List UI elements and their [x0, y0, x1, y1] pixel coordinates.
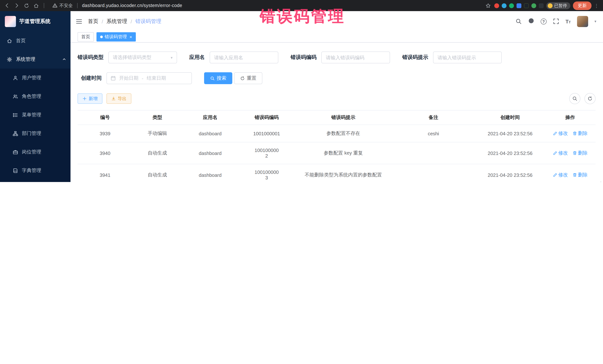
create-time-range-picker[interactable]: 开始日期 - 结束日期: [106, 72, 192, 84]
breadcrumb-separator: /: [102, 18, 103, 24]
cell-code: 100100000 3: [238, 164, 295, 182]
breadcrumb-home[interactable]: 首页: [88, 18, 98, 25]
breadcrumb-current: 错误码管理: [135, 18, 162, 25]
chevron-down-icon: ▾: [171, 55, 173, 59]
cell-time: 2021-04-20 23:52:56: [475, 142, 545, 164]
sidebar-item-menu-management[interactable]: 菜单管理: [0, 106, 70, 124]
delete-link[interactable]: 删除: [572, 130, 588, 137]
cell-app: dashboard: [182, 142, 238, 164]
extension-icon[interactable]: [539, 3, 544, 8]
help-icon[interactable]: ?: [541, 18, 547, 24]
search-icon[interactable]: [515, 18, 522, 24]
bookmark-star-icon[interactable]: [485, 2, 491, 9]
refresh-table-button[interactable]: [584, 93, 596, 104]
cell-remark: [392, 164, 475, 182]
chevron-down-icon[interactable]: ▾: [594, 19, 596, 23]
edit-link[interactable]: 修改: [553, 150, 568, 156]
sidebar-item-label: 系统管理: [16, 56, 35, 63]
show-search-toggle-button[interactable]: [569, 93, 580, 104]
sidebar-item-dictionary-management[interactable]: 字典管理: [0, 161, 70, 180]
error-code-table: 编号 类型 应用名 错误码编码 错误码提示 备注 创建时间 操作 3939 手动…: [78, 110, 596, 182]
tab-error-code-management[interactable]: 错误码管理 ×: [96, 32, 136, 42]
browser-update-button[interactable]: 更新: [573, 1, 591, 10]
sidebar-item-department-management[interactable]: 部门管理: [0, 124, 70, 143]
screen: 错误码管理 不安全 dashboard.yudao.iocoder.cn/sys…: [0, 0, 603, 182]
sidebar-item-system-management[interactable]: 系统管理: [0, 50, 70, 69]
github-icon[interactable]: [528, 17, 534, 25]
address-bar[interactable]: dashboard.yudao.iocoder.cn/system/error-…: [82, 3, 182, 8]
error-type-select[interactable]: 请选择错误码类型 ▾: [108, 52, 177, 63]
cell-remark: [392, 142, 475, 164]
sidebar-item-role-management[interactable]: 角色管理: [0, 87, 70, 106]
edit-label: 修改: [558, 130, 568, 137]
sidebar-item-user-management[interactable]: 用户管理: [0, 69, 70, 87]
sidebar-item-label: 角色管理: [22, 93, 41, 100]
app-name-input[interactable]: [210, 52, 278, 63]
cell-remark: ceshi: [392, 125, 475, 142]
extension-icon[interactable]: [494, 3, 499, 8]
reset-button[interactable]: 重置: [234, 72, 262, 84]
extension-icon[interactable]: [509, 3, 514, 8]
range-separator: -: [142, 76, 143, 81]
active-tab-dot-icon: [100, 36, 103, 38]
extension-icon[interactable]: [501, 3, 506, 8]
column-header-remark: 备注: [392, 110, 475, 124]
select-placeholder: 请选择错误码类型: [113, 54, 151, 61]
sidebar-item-notice[interactable]: 通知公告: [0, 180, 70, 182]
sidebar-item-home[interactable]: 首页: [0, 32, 70, 50]
browser-menu-icon[interactable]: ⋮: [594, 3, 599, 8]
cell-app: dashboard: [182, 125, 238, 142]
tab-close-icon[interactable]: ×: [129, 34, 132, 39]
column-header-code: 错误码编码: [238, 110, 295, 124]
cell-app: dashboard: [182, 164, 238, 182]
extension-icon[interactable]: [516, 3, 521, 8]
add-button[interactable]: 新增: [78, 93, 103, 104]
filter-hint-label: 错误码提示: [402, 54, 428, 61]
delete-link[interactable]: 删除: [572, 172, 588, 178]
edit-link[interactable]: 修改: [553, 172, 568, 178]
search-button[interactable]: 搜索: [204, 72, 232, 84]
pencil-icon: [553, 173, 557, 177]
search-icon: [210, 76, 215, 81]
profile-paused-badge[interactable]: 已暂停: [546, 2, 570, 9]
sidebar-item-post-management[interactable]: 岗位管理: [0, 143, 70, 161]
start-date-placeholder: 开始日期: [119, 75, 139, 82]
security-label: 不安全: [59, 2, 73, 9]
column-header-app: 应用名: [182, 110, 238, 124]
avatar[interactable]: [577, 16, 588, 27]
pencil-icon: [553, 131, 557, 136]
home-icon[interactable]: [33, 2, 39, 9]
font-size-icon[interactable]: TT: [566, 18, 571, 24]
error-code-input[interactable]: [321, 52, 390, 63]
forward-icon[interactable]: [13, 2, 20, 9]
sidebar-fold-icon[interactable]: [76, 18, 82, 24]
browser-chrome: 不安全 dashboard.yudao.iocoder.cn/system/er…: [0, 0, 603, 11]
site-security[interactable]: 不安全: [52, 2, 73, 9]
refresh-icon: [587, 96, 593, 101]
delete-label: 删除: [578, 130, 588, 137]
cell-code: 100100000 2: [238, 142, 295, 164]
app-logo[interactable]: 芋道管理系统: [0, 11, 70, 32]
profile-avatar-icon: [547, 3, 552, 8]
extension-icon[interactable]: [531, 3, 536, 8]
table-header-row: 编号 类型 应用名 错误码编码 错误码提示 备注 创建时间 操作: [78, 110, 596, 125]
back-icon[interactable]: [4, 2, 10, 9]
plus-icon: [82, 96, 87, 101]
column-header-time: 创建时间: [475, 110, 545, 124]
reload-icon[interactable]: [23, 2, 30, 9]
delete-link[interactable]: 删除: [572, 150, 588, 156]
extension-icon[interactable]: [524, 3, 529, 8]
breadcrumb-system[interactable]: 系统管理: [106, 18, 127, 25]
trash-icon: [572, 151, 577, 155]
tab-label: 错误码管理: [105, 34, 127, 40]
tab-home[interactable]: 首页: [78, 32, 94, 42]
main-area: 首页 / 系统管理 / 错误码管理 ? TT ▾: [70, 11, 603, 182]
edit-link[interactable]: 修改: [553, 130, 568, 137]
fullscreen-icon[interactable]: [553, 18, 559, 24]
error-hint-input[interactable]: [433, 52, 502, 63]
column-header-id: 编号: [78, 110, 132, 124]
export-button[interactable]: 导出: [106, 93, 131, 104]
cell-hint: 参数配置不存在: [295, 125, 392, 142]
delete-label: 删除: [578, 150, 588, 156]
reset-button-label: 重置: [247, 75, 256, 82]
